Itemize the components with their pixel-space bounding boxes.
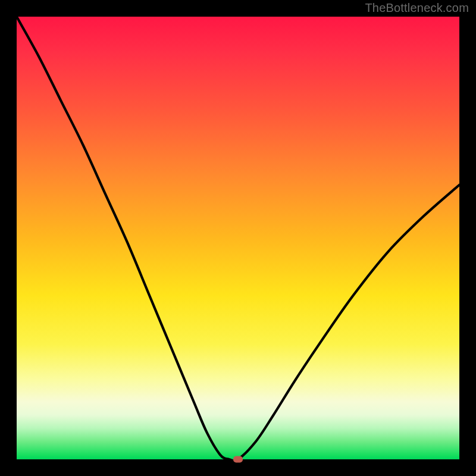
plot-area [17, 17, 459, 459]
min-marker [233, 456, 243, 463]
bottleneck-curve [17, 17, 459, 459]
curve-svg [17, 17, 459, 459]
chart-frame: TheBottleneck.com [0, 0, 476, 476]
watermark-label: TheBottleneck.com [365, 1, 469, 15]
